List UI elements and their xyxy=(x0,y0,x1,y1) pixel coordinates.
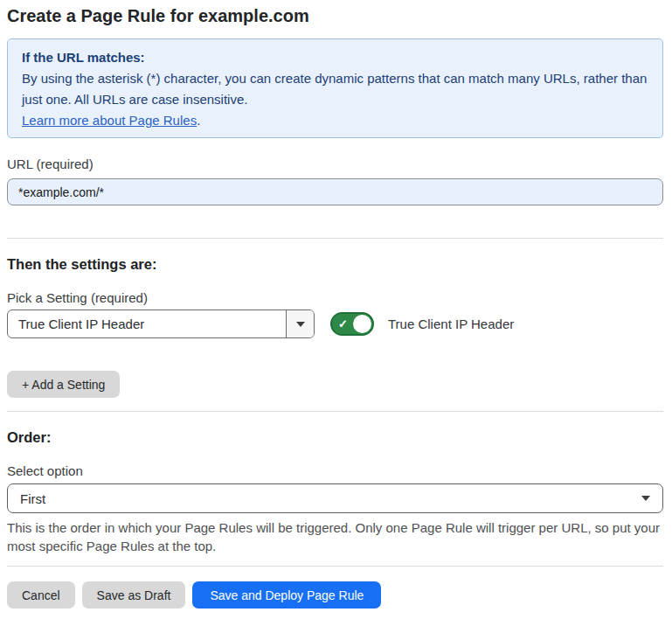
order-select-label: Select option xyxy=(7,464,663,478)
setting-row: True Client IP Header ✓ True Client IP H… xyxy=(7,310,663,338)
chevron-down-icon xyxy=(296,322,305,327)
order-select[interactable]: First xyxy=(7,483,663,513)
setting-select[interactable]: True Client IP Header xyxy=(7,310,315,338)
info-box-body: By using the asterisk (*) character, you… xyxy=(22,68,648,110)
settings-section-heading: Then the settings are: xyxy=(7,256,663,272)
cancel-button[interactable]: Cancel xyxy=(7,581,75,609)
section-divider xyxy=(7,238,663,239)
check-icon: ✓ xyxy=(338,318,348,330)
url-input[interactable] xyxy=(7,178,663,205)
chevron-down-icon xyxy=(641,496,650,501)
url-label: URL (required) xyxy=(7,157,663,171)
toggle-knob xyxy=(353,315,371,333)
toggle-label: True Client IP Header xyxy=(388,316,514,331)
section-divider xyxy=(7,411,663,412)
info-box-link-row: Learn more about Page Rules. xyxy=(22,110,648,131)
order-select-value: First xyxy=(20,491,45,506)
save-and-deploy-button[interactable]: Save and Deploy Page Rule xyxy=(192,581,381,609)
setting-select-caret-button[interactable] xyxy=(286,310,314,337)
create-page-rule-form: Create a Page Rule for example.com If th… xyxy=(7,4,663,609)
url-match-info-box: If the URL matches: By using the asteris… xyxy=(7,38,663,138)
setting-select-value: True Client IP Header xyxy=(8,310,286,337)
save-as-draft-button[interactable]: Save as Draft xyxy=(82,581,186,609)
learn-more-link[interactable]: Learn more about Page Rules xyxy=(22,113,197,128)
setting-toggle[interactable]: ✓ xyxy=(330,312,374,336)
page-title: Create a Page Rule for example.com xyxy=(7,4,663,28)
order-section-heading: Order: xyxy=(7,429,663,445)
info-box-heading: If the URL matches: xyxy=(22,47,648,68)
order-help-text: This is the order in which your Page Rul… xyxy=(7,518,663,555)
pick-setting-label: Pick a Setting (required) xyxy=(7,291,663,305)
footer-divider xyxy=(7,566,663,567)
add-setting-button[interactable]: + Add a Setting xyxy=(7,371,120,398)
link-period: . xyxy=(197,113,200,128)
footer-actions: Cancel Save as Draft Save and Deploy Pag… xyxy=(7,581,663,609)
